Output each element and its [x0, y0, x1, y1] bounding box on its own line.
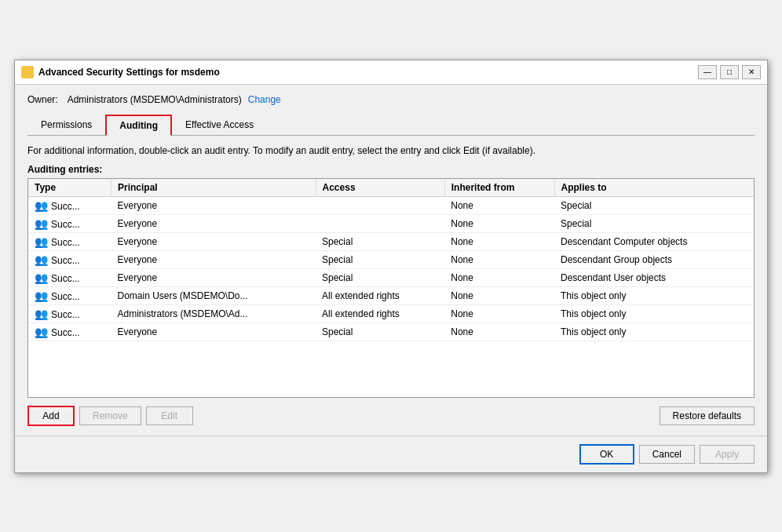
- maximize-button[interactable]: □: [720, 65, 739, 79]
- cell-type: 👥Succ...: [28, 286, 111, 304]
- cell-inherited-from: None: [444, 232, 554, 250]
- cell-type: 👥Succ...: [28, 250, 111, 268]
- cell-inherited-from: None: [444, 304, 554, 322]
- cell-inherited-from: None: [444, 286, 554, 304]
- cell-access: All extended rights: [316, 286, 444, 304]
- owner-row: Owner: Administrators (MSDEMO\Administra…: [27, 94, 755, 105]
- col-applies-to: Applies to: [554, 179, 754, 197]
- cell-access: [316, 214, 444, 232]
- auditing-entries-table[interactable]: Type Principal Access Inherited from App…: [27, 178, 755, 398]
- cell-principal: Domain Users (MSDEMO\Do...: [111, 286, 316, 304]
- cell-access: Special: [316, 322, 444, 341]
- apply-button[interactable]: Apply: [700, 445, 755, 464]
- info-text: For additional information, double-click…: [27, 144, 755, 158]
- table-row[interactable]: 👥Succ...Domain Users (MSDEMO\Do...All ex…: [28, 286, 754, 304]
- table-row[interactable]: 👥Succ...EveryoneNoneSpecial: [28, 196, 754, 214]
- window-body: Owner: Administrators (MSDEMO\Administra…: [15, 85, 767, 435]
- cell-principal: Everyone: [111, 250, 316, 268]
- col-type: Type: [28, 179, 111, 197]
- cell-inherited-from: None: [444, 214, 554, 232]
- title-bar-controls: — □ ✕: [698, 65, 761, 79]
- cell-access: [316, 196, 444, 214]
- cell-access: All extended rights: [316, 304, 444, 322]
- cell-applies-to: Special: [554, 214, 754, 232]
- edit-button[interactable]: Edit: [146, 406, 193, 425]
- restore-defaults-button[interactable]: Restore defaults: [660, 406, 755, 425]
- window-icon: [21, 66, 34, 78]
- close-button[interactable]: ✕: [742, 65, 761, 79]
- table-row[interactable]: 👥Succ...EveryoneNoneSpecial: [28, 214, 754, 232]
- cell-type: 👥Succ...: [28, 322, 111, 341]
- col-access: Access: [316, 179, 444, 197]
- table-row[interactable]: 👥Succ...EveryoneSpecialNoneThis object o…: [28, 322, 754, 341]
- cell-inherited-from: None: [444, 250, 554, 268]
- cell-inherited-from: None: [444, 268, 554, 286]
- window-title: Advanced Security Settings for msdemo: [38, 67, 698, 78]
- table-row[interactable]: 👥Succ...EveryoneSpecialNoneDescendant Us…: [28, 268, 754, 286]
- table-row[interactable]: 👥Succ...EveryoneSpecialNoneDescendant Gr…: [28, 250, 754, 268]
- add-button[interactable]: Add: [27, 406, 75, 426]
- cell-applies-to: This object only: [554, 286, 754, 304]
- cell-principal: Everyone: [111, 322, 316, 341]
- cell-inherited-from: None: [444, 196, 554, 214]
- footer: OK Cancel Apply: [15, 435, 767, 472]
- tab-auditing[interactable]: Auditing: [105, 115, 172, 136]
- cell-access: Special: [316, 250, 444, 268]
- section-label: Auditing entries:: [27, 164, 755, 175]
- cell-applies-to: Descendant User objects: [554, 268, 754, 286]
- cell-type: 👥Succ...: [28, 268, 111, 286]
- cell-applies-to: This object only: [554, 304, 754, 322]
- main-window: Advanced Security Settings for msdemo — …: [14, 60, 768, 473]
- table-row[interactable]: 👥Succ...EveryoneSpecialNoneDescendant Co…: [28, 232, 754, 250]
- owner-value: Administrators (MSDEMO\Administrators): [68, 94, 242, 105]
- cell-applies-to: Descendant Group objects: [554, 250, 754, 268]
- cell-access: Special: [316, 232, 444, 250]
- cell-applies-to: Descendant Computer objects: [554, 232, 754, 250]
- ok-button[interactable]: OK: [579, 444, 634, 465]
- cancel-button[interactable]: Cancel: [639, 445, 695, 464]
- cell-applies-to: Special: [554, 196, 754, 214]
- col-inherited-from: Inherited from: [444, 179, 554, 197]
- owner-label: Owner:: [27, 94, 58, 105]
- cell-principal: Everyone: [111, 196, 316, 214]
- cell-type: 👥Succ...: [28, 196, 111, 214]
- cell-principal: Everyone: [111, 232, 316, 250]
- cell-applies-to: This object only: [554, 322, 754, 341]
- minimize-button[interactable]: —: [698, 65, 717, 79]
- owner-change-link[interactable]: Change: [248, 94, 281, 105]
- cell-inherited-from: None: [444, 322, 554, 341]
- tab-permissions[interactable]: Permissions: [27, 115, 105, 136]
- cell-type: 👥Succ...: [28, 232, 111, 250]
- tab-bar: Permissions Auditing Effective Access: [27, 115, 755, 136]
- action-buttons: Add Remove Edit Restore defaults: [27, 406, 755, 426]
- table-row[interactable]: 👥Succ...Administrators (MSDEMO\Ad...All …: [28, 304, 754, 322]
- col-principal: Principal: [111, 179, 316, 197]
- title-bar: Advanced Security Settings for msdemo — …: [15, 60, 767, 85]
- tab-effective-access[interactable]: Effective Access: [172, 115, 267, 136]
- table-header-row: Type Principal Access Inherited from App…: [28, 179, 754, 197]
- cell-principal: Everyone: [111, 268, 316, 286]
- remove-button[interactable]: Remove: [79, 406, 141, 425]
- cell-principal: Everyone: [111, 214, 316, 232]
- cell-principal: Administrators (MSDEMO\Ad...: [111, 304, 316, 322]
- cell-access: Special: [316, 268, 444, 286]
- cell-type: 👥Succ...: [28, 304, 111, 322]
- cell-type: 👥Succ...: [28, 214, 111, 232]
